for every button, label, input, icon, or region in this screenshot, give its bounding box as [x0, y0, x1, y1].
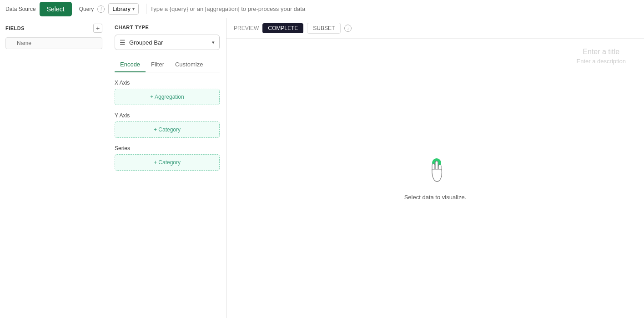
- library-button[interactable]: Library ▾: [108, 3, 139, 15]
- query-info-icon: i: [97, 5, 105, 13]
- chart-type-chevron-icon: ▾: [212, 40, 215, 45]
- fields-search-input[interactable]: [5, 37, 102, 49]
- add-field-button[interactable]: +: [93, 24, 102, 33]
- main-layout: FIELDS + CHART TYPE ☰ Grouped Bar ▾ Enco…: [0, 18, 644, 318]
- tab-encode[interactable]: Encode: [115, 57, 146, 72]
- query-section: Query i Library ▾: [79, 3, 139, 15]
- fields-panel: FIELDS +: [0, 18, 108, 318]
- series-label: Series: [115, 145, 220, 151]
- top-bar: Data Source Select Query i Library ▾: [0, 0, 644, 18]
- series-section: Series + Category: [115, 145, 220, 171]
- preview-info-icon: i: [344, 25, 352, 32]
- encode-tabs: Encode Filter Customize: [115, 57, 220, 72]
- select-button[interactable]: Select: [40, 2, 72, 16]
- subset-button[interactable]: SUBSET: [307, 23, 341, 34]
- chart-title[interactable]: Enter a title: [577, 48, 626, 56]
- preview-header: PREVIEW COMPLETE SUBSET i: [226, 18, 644, 39]
- chart-type-selector[interactable]: ☰ Grouped Bar ▾: [115, 35, 220, 50]
- fields-header: FIELDS +: [5, 24, 102, 33]
- x-axis-drop-zone[interactable]: + Aggregation: [115, 89, 220, 105]
- y-axis-label: Y Axis: [115, 112, 220, 119]
- y-axis-drop-zone[interactable]: + Category: [115, 121, 220, 138]
- chart-description[interactable]: Enter a description: [577, 58, 626, 65]
- series-drop-zone[interactable]: + Category: [115, 154, 220, 171]
- chart-type-label: CHART TYPE: [115, 25, 220, 30]
- library-label: Library: [112, 5, 131, 12]
- tab-filter[interactable]: Filter: [146, 57, 170, 72]
- select-data-text: Select data to visualize.: [404, 194, 467, 201]
- x-axis-label: X Axis: [115, 80, 220, 86]
- complete-button[interactable]: COMPLETE: [262, 23, 303, 33]
- hand-cursor-icon: [422, 156, 449, 188]
- query-label: Query: [79, 6, 94, 12]
- preview-panel: PREVIEW COMPLETE SUBSET i Enter a title …: [226, 18, 644, 318]
- y-axis-section: Y Axis + Category: [115, 112, 220, 138]
- chart-panel: CHART TYPE ☰ Grouped Bar ▾ Encode Filter…: [108, 18, 226, 318]
- select-data-area: Select data to visualize.: [404, 156, 467, 201]
- library-chevron-icon: ▾: [132, 6, 135, 11]
- preview-label: PREVIEW: [234, 25, 259, 31]
- query-input[interactable]: [146, 4, 639, 14]
- grouped-bar-icon: ☰: [120, 39, 126, 46]
- fields-title: FIELDS: [5, 25, 25, 31]
- preview-content: Enter a title Enter a description: [226, 39, 644, 318]
- x-axis-section: X Axis + Aggregation: [115, 80, 220, 105]
- data-source-label: Data Source: [5, 6, 36, 12]
- chart-type-name: Grouped Bar: [129, 39, 208, 46]
- data-source-section: Data Source Select: [5, 2, 72, 16]
- query-input-section: [146, 4, 639, 14]
- fields-search-wrapper: [5, 37, 102, 49]
- chart-title-area: Enter a title Enter a description: [577, 48, 626, 65]
- tab-customize[interactable]: Customize: [170, 57, 208, 72]
